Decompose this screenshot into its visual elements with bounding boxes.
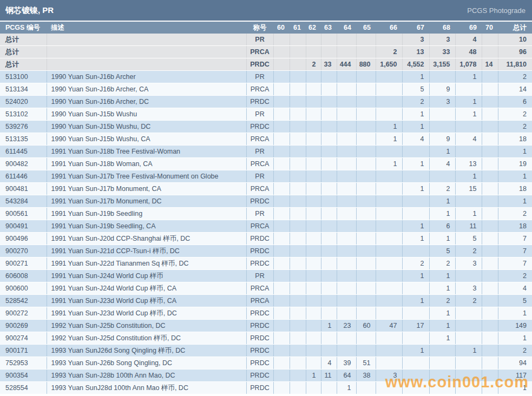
grade-cell-63: [321, 83, 337, 96]
grade-cell-60: [273, 71, 290, 83]
page-title: 钢芯镀镍, PR: [0, 5, 54, 16]
pcgs-number-cell[interactable]: 611445: [0, 146, 47, 158]
grade-cell-61: [290, 307, 306, 320]
grade-cell-68: [429, 357, 455, 369]
table-row: 7529531993 Yuan Sun-J26b Song Qingling, …: [0, 357, 532, 369]
summary-row: 总计PR33410: [0, 34, 532, 46]
grade-cell-64: [337, 233, 356, 245]
grade-cell-68: 9: [429, 133, 455, 146]
table-row: 6060081991 Yuan Sun-J24d World Cup 样币PR1…: [0, 270, 532, 282]
pcgs-number-cell[interactable]: 752953: [0, 357, 47, 369]
grade-cell-62: [306, 170, 321, 183]
pcgs-number-cell[interactable]: 528542: [0, 295, 47, 307]
grade-cell-63: [321, 108, 337, 121]
grade-cell-70: [482, 332, 498, 345]
designation-cell: PR: [246, 146, 273, 158]
grade-cell-63: [321, 183, 337, 195]
pcgs-number-cell[interactable]: 606008: [0, 270, 47, 282]
grade-cell-69: 1: [455, 71, 482, 83]
grade-cell-63: [321, 295, 337, 307]
pcgs-number-cell[interactable]: 539276: [0, 121, 47, 133]
pcgs-number-cell[interactable]: 513100: [0, 71, 47, 83]
pcgs-number-cell[interactable]: 900269: [0, 320, 47, 332]
grade-cell-66: [376, 295, 402, 307]
grade-cell-64: [337, 270, 356, 282]
grade-cell-68: 1: [429, 208, 455, 220]
pcgs-number-cell[interactable]: 900491: [0, 220, 47, 233]
designation-cell: PRDC: [246, 320, 273, 332]
grade-cell-63: [321, 307, 337, 320]
grade-cell-62: [306, 46, 321, 58]
description-cell: [47, 46, 246, 58]
grade-cell-65: 51: [356, 357, 376, 369]
table-row: 5432841991 Yuan Sun-J17b Monument, DCPRD…: [0, 195, 532, 208]
grade-cell-65: [356, 83, 376, 96]
pcgs-number-cell[interactable]: 513135: [0, 133, 47, 146]
grade-cell-66: [376, 83, 402, 96]
pcgs-number-cell[interactable]: 900272: [0, 307, 47, 320]
grade-cell-68: [429, 121, 455, 133]
grade-cell-63: [321, 208, 337, 220]
grade-cell-70: [482, 220, 498, 233]
description-cell: 1991 Yuan Sun-J24d World Cup 样币: [47, 270, 246, 282]
pcgs-number-cell[interactable]: 900496: [0, 233, 47, 245]
pcgs-number-cell[interactable]: 900270: [0, 245, 47, 258]
grade-cell-69: 3: [455, 282, 482, 295]
grade-cell-68: [429, 108, 455, 121]
pcgs-number-cell[interactable]: 528554: [0, 382, 47, 394]
grade-cell-63: 1: [321, 320, 337, 332]
total-cell: 2: [498, 345, 532, 357]
pcgs-number-cell[interactable]: 513102: [0, 108, 47, 121]
grade-cell-62: [306, 96, 321, 108]
grade-cell-65: [356, 146, 376, 158]
pcgs-number-cell[interactable]: 900271: [0, 258, 47, 270]
table-row: 6114461991 Yuan Sun-J17b Tree Festival-M…: [0, 170, 532, 183]
pcgs-number-cell[interactable]: 543284: [0, 195, 47, 208]
grade-cell-66: [376, 220, 402, 233]
pcgs-number-cell[interactable]: 900600: [0, 282, 47, 295]
grade-cell-61: [290, 58, 306, 71]
grade-cell-60: [273, 121, 290, 133]
grade-cell-70: [482, 258, 498, 270]
grade-cell-63: [321, 133, 337, 146]
grade-cell-60: [273, 233, 290, 245]
column-header-63: 63: [321, 22, 337, 34]
grade-cell-69: [455, 332, 482, 345]
column-header-60: 60: [273, 22, 290, 34]
grade-cell-66: [376, 345, 402, 357]
description-cell: 1991 Yuan Sun-J17b Monument, CA: [47, 183, 246, 195]
table-row: 9004911991 Yuan Sun-J19b Seedling, CAPRC…: [0, 220, 532, 233]
grade-cell-65: [356, 170, 376, 183]
grade-cell-66: [376, 170, 402, 183]
grade-cell-68: 1: [429, 195, 455, 208]
grade-cell-60: [273, 220, 290, 233]
grade-cell-69: 1: [455, 345, 482, 357]
pcgs-number-cell[interactable]: 900482: [0, 158, 47, 170]
grade-cell-65: [356, 208, 376, 220]
pcgs-number-cell[interactable]: 900561: [0, 208, 47, 220]
column-header-68: 68: [429, 22, 455, 34]
grade-cell-65: [356, 245, 376, 258]
designation-cell: PRDC: [246, 332, 273, 345]
grade-cell-67: 2: [402, 96, 429, 108]
grade-cell-63: [321, 233, 337, 245]
pcgs-number-cell[interactable]: 900481: [0, 183, 47, 195]
pcgs-number-cell[interactable]: 524020: [0, 96, 47, 108]
grade-cell-61: [290, 71, 306, 83]
grade-cell-60: [273, 46, 290, 58]
pcgs-number-cell[interactable]: 900274: [0, 332, 47, 345]
grade-cell-66: [376, 34, 402, 46]
grade-cell-68: 3: [429, 96, 455, 108]
designation-cell: PR: [246, 108, 273, 121]
pcgs-number-cell[interactable]: 611446: [0, 170, 47, 183]
pcgs-number-cell[interactable]: 900354: [0, 369, 47, 382]
designation-cell: PR: [246, 270, 273, 282]
grade-cell-66: [376, 332, 402, 345]
grade-cell-65: [356, 295, 376, 307]
grade-cell-61: [290, 146, 306, 158]
grade-cell-65: [356, 258, 376, 270]
grade-cell-69: [455, 195, 482, 208]
pcgs-number-cell[interactable]: 513134: [0, 83, 47, 96]
pcgs-number-cell[interactable]: 900171: [0, 345, 47, 357]
photograde-link[interactable]: PCGS Photograde: [467, 6, 532, 15]
